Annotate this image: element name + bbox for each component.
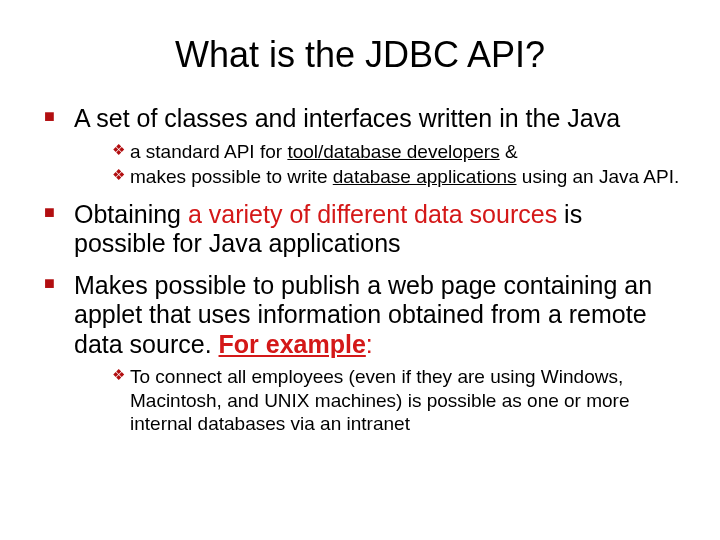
- bullet-3-sub-1: To connect all employees (even if they a…: [112, 365, 680, 435]
- bullet-1: A set of classes and interfaces written …: [44, 104, 680, 188]
- bullet-2: Obtaining a variety of different data so…: [44, 200, 680, 259]
- b3-part-b: For example: [219, 330, 366, 358]
- bullet-1-sub-1: a standard API for tool/database develop…: [112, 140, 680, 163]
- b2-part-b: a variety of different data sources: [188, 200, 557, 228]
- bullet-1-sub-2: makes possible to write database applica…: [112, 165, 680, 188]
- b3s1-text: To connect all employees (even if they a…: [130, 366, 630, 433]
- b2-part-a: Obtaining: [74, 200, 188, 228]
- b3-part-c: :: [366, 330, 373, 358]
- slide-title: What is the JDBC API?: [40, 34, 680, 76]
- b1s2-part-a: makes possible to write: [130, 166, 333, 187]
- b1s1-part-a: a standard API for: [130, 141, 287, 162]
- bullet-1-sublist: a standard API for tool/database develop…: [74, 140, 680, 188]
- bullet-3-sublist: To connect all employees (even if they a…: [74, 365, 680, 435]
- b1s1-part-b: tool/database developers: [287, 141, 499, 162]
- slide: What is the JDBC API? A set of classes a…: [0, 0, 720, 540]
- b1s2-part-b: database applications: [333, 166, 517, 187]
- b1s2-part-c: using an Java API.: [517, 166, 680, 187]
- bullet-list: A set of classes and interfaces written …: [40, 104, 680, 435]
- bullet-1-text: A set of classes and interfaces written …: [74, 104, 620, 132]
- bullet-3: Makes possible to publish a web page con…: [44, 271, 680, 435]
- b1s1-part-c: &: [500, 141, 518, 162]
